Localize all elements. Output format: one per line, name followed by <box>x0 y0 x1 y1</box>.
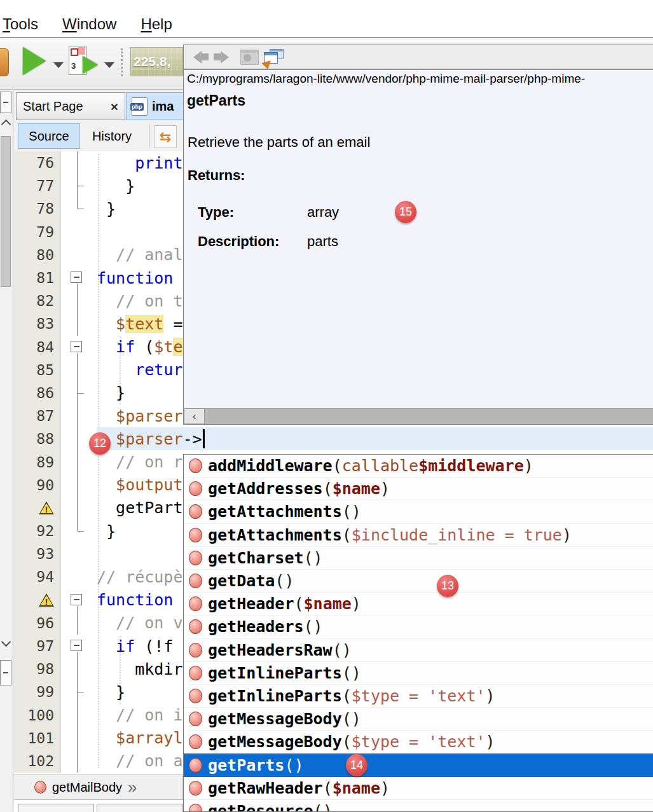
menu-rest: indow <box>77 15 117 32</box>
completion-item[interactable]: getRawHeader($name) <box>184 777 653 800</box>
method-icon <box>189 458 202 473</box>
fold-toggle[interactable] <box>71 272 82 283</box>
fold-line <box>77 427 78 450</box>
completion-params: ) <box>380 779 390 797</box>
toolbar-separator <box>121 48 123 76</box>
gutter-cell: 77 <box>14 174 60 197</box>
close-icon[interactable]: × <box>111 100 118 113</box>
line-number: 80 <box>36 247 54 263</box>
fold-cell <box>60 382 97 404</box>
warning-mark: ! <box>39 505 54 514</box>
completion-params: () <box>284 756 303 774</box>
scroll-left-button[interactable]: ‹ <box>184 408 205 424</box>
method-icon <box>189 574 202 588</box>
fold-cell <box>60 221 97 244</box>
history-view-button[interactable]: History <box>81 123 142 149</box>
left-scrollbar-thumb[interactable] <box>1 136 11 287</box>
completion-method-name: getMessageBody <box>208 733 342 751</box>
run-button[interactable] <box>23 47 46 75</box>
breadcrumb-label: getMailBody <box>52 780 122 795</box>
left-rail-button-bottom[interactable] <box>0 660 11 685</box>
run-dropdown-caret[interactable] <box>53 62 64 68</box>
debug-dropdown-caret[interactable] <box>104 62 114 68</box>
back-icon[interactable] <box>187 51 209 64</box>
chevron-right-icon[interactable]: » <box>128 779 137 795</box>
scrollbar-thumb[interactable] <box>205 408 653 424</box>
menu-item-help[interactable]: Help <box>141 15 172 33</box>
method-icon <box>189 481 202 496</box>
code-token: mkdir <box>135 660 182 678</box>
scroll-down-icon[interactable] <box>1 637 11 647</box>
forward-icon[interactable] <box>214 51 235 64</box>
doc-description-value: parts <box>307 233 339 250</box>
completion-item-selected[interactable]: getParts() <box>184 754 653 776</box>
completion-item[interactable]: getAttachments($include_inline = true) <box>184 524 653 547</box>
fold-tick <box>78 209 84 209</box>
fold-line <box>77 606 78 612</box>
doc-horizontal-scrollbar[interactable]: ‹ <box>184 408 653 424</box>
completion-item[interactable]: getAddresses($name) <box>184 478 653 500</box>
code-token: $parser <box>116 430 182 448</box>
open-in-browser-icon[interactable] <box>264 49 283 65</box>
completion-params: callable <box>342 457 418 475</box>
code-token: // on i <box>116 706 182 724</box>
line-number: 77 <box>36 177 54 194</box>
annotation-badge: 14 <box>346 754 368 776</box>
gutter-cell: 81 <box>14 266 60 289</box>
completion-item[interactable]: getMessageBody($type = 'text') <box>184 731 653 754</box>
code-token: // on r <box>116 453 182 471</box>
left-rail-button-top[interactable] <box>0 92 11 113</box>
tab-start-page[interactable]: Start Page × <box>16 92 125 120</box>
fold-cell <box>60 657 97 680</box>
breadcrumb[interactable]: getMailBody » <box>14 774 183 800</box>
completion-item[interactable]: getResource() <box>184 800 653 812</box>
completion-params: $include_inline = true <box>352 526 562 544</box>
gutter-cell: ! <box>14 589 60 612</box>
fold-line <box>77 197 78 209</box>
fold-toggle[interactable] <box>71 640 82 651</box>
menu-item-tools[interactable]: Tools <box>3 15 38 33</box>
completion-item[interactable]: getInlineParts() <box>184 662 653 685</box>
completion-item[interactable]: getAttachments() <box>184 500 653 523</box>
completion-item[interactable]: getHeaders() <box>184 616 653 638</box>
completion-item[interactable]: getInlineParts($type = 'text') <box>184 685 653 708</box>
completion-item[interactable]: getHeader($name) <box>184 593 653 616</box>
fold-toggle[interactable] <box>71 594 82 605</box>
scroll-up-icon[interactable] <box>1 120 11 130</box>
toolbar-partial-icon[interactable] <box>0 48 9 76</box>
completion-item[interactable]: getMessageBody() <box>184 708 653 731</box>
completion-params: ) <box>352 595 361 613</box>
completion-item[interactable]: getHeadersRaw() <box>184 639 653 662</box>
memory-monitor[interactable]: 225,8, <box>130 47 183 76</box>
menu-item-window[interactable]: Window <box>62 15 116 33</box>
line-number: 93 <box>36 546 54 562</box>
fold-toggle[interactable] <box>71 341 82 352</box>
code-token <box>97 338 116 356</box>
code-token: = <box>163 315 182 333</box>
menu-key: W <box>62 15 77 32</box>
code-line[interactable]: $parser-> <box>97 427 653 450</box>
method-icon <box>189 712 202 726</box>
warning-icon[interactable]: ! <box>39 501 54 514</box>
fold-cell <box>60 565 97 588</box>
warning-icon[interactable]: ! <box>39 593 54 607</box>
completion-item[interactable]: getCharset() <box>184 547 653 570</box>
completion-params: ( <box>342 687 352 705</box>
fold-cell <box>60 289 97 312</box>
gutter-cell: 82 <box>14 289 60 312</box>
method-icon <box>189 804 202 812</box>
completion-params: ( <box>323 479 333 498</box>
completion-method-name: addMiddleware <box>208 457 333 475</box>
completion-item[interactable]: addMiddleware(callable $middleware) <box>184 455 653 478</box>
completion-item[interactable]: getData() <box>184 570 653 593</box>
completion-params: () <box>304 617 323 636</box>
doc-description: Retrieve the parts of an email <box>188 134 370 151</box>
last-edit-icon[interactable]: ⇆ <box>154 125 177 148</box>
line-number: 87 <box>36 408 54 424</box>
code-token <box>97 292 116 310</box>
code-token: print <box>135 154 182 172</box>
code-token: e <box>173 338 182 356</box>
source-view-button[interactable]: Source <box>18 123 80 149</box>
line-number: 90 <box>36 477 54 493</box>
debug-button[interactable]: 3 <box>69 46 100 76</box>
